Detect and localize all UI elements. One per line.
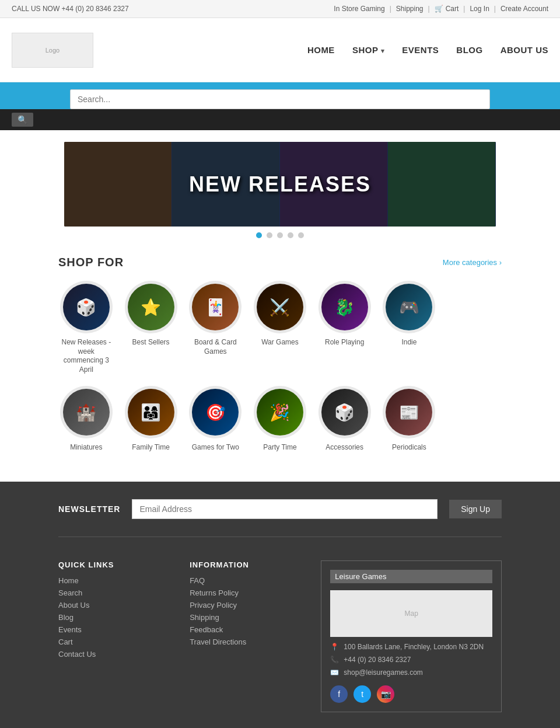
shop-for-section: SHOP FOR More categories › 🎲 New Release…: [0, 244, 560, 482]
location-icon: 📍: [330, 643, 339, 651]
category-label-role-playing: Role Playing: [325, 338, 364, 347]
footer-link-cart[interactable]: Cart: [58, 638, 166, 646]
category-img-family-time: 👨‍👩‍👧: [128, 389, 174, 436]
slider-dot-1[interactable]: [256, 232, 262, 238]
category-miniatures[interactable]: 🏰 Miniatures: [58, 386, 114, 452]
contact-box-title: Leisure Games: [330, 570, 492, 583]
logo-area: Logo: [12, 33, 117, 68]
separator-2: |: [428, 5, 430, 13]
contact-address: 📍 100 Ballards Lane, Finchley, London N3…: [330, 643, 492, 651]
category-img-war-games: ⚔️: [257, 284, 303, 330]
category-img-new-releases: 🎲: [63, 284, 110, 330]
category-img-periodicals: 📰: [386, 389, 432, 436]
main-nav: HOME SHOP ▾ EVENTS BLOG ABOUT US: [307, 45, 548, 55]
category-label-best-sellers: Best Sellers: [132, 338, 170, 347]
category-role-playing[interactable]: 🐉 Role Playing: [317, 281, 373, 374]
category-label-war-games: War Games: [261, 338, 299, 347]
category-family-time[interactable]: 👨‍👩‍👧 Family Time: [123, 386, 179, 452]
in-store-gaming-link[interactable]: In Store Gaming: [334, 5, 384, 13]
footer-link-home[interactable]: Home: [58, 576, 166, 585]
category-img-best-sellers: ⭐: [128, 284, 174, 330]
category-label-indie: Indie: [401, 338, 416, 347]
footer-link-privacy[interactable]: Privacy Policy: [190, 601, 298, 609]
slider-dot-2[interactable]: [267, 232, 272, 238]
category-img-accessories: 🎲: [321, 389, 368, 436]
footer-contact-box: Leisure Games Map 📍 100 Ballards Lane, F…: [321, 560, 502, 712]
slider-dot-4[interactable]: [288, 232, 293, 238]
category-img-games-for-two: 🎯: [192, 389, 239, 436]
nav-shop-label: SHOP: [352, 45, 378, 55]
footer-link-shipping[interactable]: Shipping: [190, 613, 298, 622]
footer-link-events[interactable]: Events: [58, 625, 166, 634]
header: Logo HOME SHOP ▾ EVENTS BLOG ABOUT US: [0, 18, 560, 82]
banner-bg-col-4: [388, 142, 496, 227]
slider-dot-5[interactable]: [298, 232, 304, 238]
category-war-games[interactable]: ⚔️ War Games: [252, 281, 308, 374]
twitter-icon[interactable]: t: [354, 685, 371, 703]
more-categories-link[interactable]: More categories ›: [443, 258, 502, 267]
cart-icon: 🛒: [435, 5, 443, 13]
newsletter-email-input[interactable]: [132, 499, 438, 519]
top-bar-links: In Store Gaming | Shipping | 🛒 Cart | Lo…: [334, 5, 548, 13]
separator-1: |: [390, 5, 391, 13]
category-label-new-releases: New Releases - week commencing 3 April: [58, 338, 114, 374]
nav-events[interactable]: EVENTS: [402, 45, 439, 55]
category-label-games-for-two: Games for Two: [192, 443, 239, 452]
category-grid-row2: 🏰 Miniatures 👨‍👩‍👧 Family Time 🎯 Games f…: [58, 386, 502, 452]
instagram-icon[interactable]: 📷: [377, 685, 394, 703]
cart-link[interactable]: Cart: [446, 5, 459, 13]
map-placeholder: Map: [330, 590, 492, 637]
category-board-card[interactable]: 🃏 Board & Card Games: [187, 281, 243, 374]
contact-email-text: shop@leisuregames.com: [344, 668, 423, 677]
footer-quick-links: QUICK LINKS Home Search About Us Blog Ev…: [58, 560, 166, 712]
footer-link-about-us[interactable]: About Us: [58, 601, 166, 609]
search-input[interactable]: [71, 90, 489, 109]
footer-link-search[interactable]: Search: [58, 588, 166, 597]
category-img-party-time: 🎉: [257, 389, 303, 436]
nav-about-us[interactable]: ABOUT US: [501, 45, 548, 55]
create-account-link[interactable]: Create Account: [501, 5, 548, 13]
search-inner: [58, 89, 502, 109]
social-icons: f t 📷: [330, 685, 492, 703]
login-link[interactable]: Log In: [470, 5, 489, 13]
search-area: 🔍: [0, 82, 560, 130]
category-label-miniatures: Miniatures: [70, 443, 102, 452]
footer-link-returns[interactable]: Returns Policy: [190, 588, 298, 597]
footer-link-contact-us[interactable]: Contact Us: [58, 650, 166, 659]
contact-email: ✉️ shop@leisuregames.com: [330, 668, 492, 677]
category-best-sellers[interactable]: ⭐ Best Sellers: [123, 281, 179, 374]
category-indie[interactable]: 🎮 Indie: [382, 281, 438, 374]
category-label-family-time: Family Time: [132, 443, 170, 452]
footer-link-faq[interactable]: FAQ: [190, 576, 298, 585]
nav-home[interactable]: HOME: [307, 45, 335, 55]
category-accessories[interactable]: 🎲 Accessories: [317, 386, 373, 452]
newsletter-section: NEWSLETTER Sign Up: [58, 499, 502, 537]
shop-for-title: SHOP FOR: [58, 256, 124, 269]
information-title: INFORMATION: [190, 560, 298, 569]
contact-phone-text: +44 (0) 20 8346 2327: [344, 656, 411, 664]
email-icon: ✉️: [330, 668, 339, 677]
phone-number: CALL US NOW +44 (0) 20 8346 2327: [12, 5, 129, 13]
category-new-releases[interactable]: 🎲 New Releases - week commencing 3 April: [58, 281, 114, 374]
search-button[interactable]: 🔍: [12, 113, 33, 127]
signup-button[interactable]: Sign Up: [449, 500, 502, 518]
newsletter-label: NEWSLETTER: [58, 504, 120, 514]
nav-blog[interactable]: BLOG: [456, 45, 482, 55]
cart-wrap[interactable]: 🛒 Cart: [435, 5, 459, 13]
nav-shop[interactable]: SHOP ▾: [352, 45, 384, 55]
category-party-time[interactable]: 🎉 Party Time: [252, 386, 308, 452]
shipping-link[interactable]: Shipping: [396, 5, 424, 13]
footer-link-travel[interactable]: Travel Directions: [190, 638, 298, 646]
footer-link-feedback[interactable]: Feedback: [190, 625, 298, 634]
footer-link-blog[interactable]: Blog: [58, 613, 166, 622]
category-label-periodicals: Periodicals: [392, 443, 426, 452]
banner-text: NEW RELEASES: [189, 172, 371, 197]
slider-dot-3[interactable]: [277, 232, 283, 238]
category-img-board-card: 🃏: [192, 284, 239, 330]
facebook-icon[interactable]: f: [330, 685, 348, 703]
banner-image: NEW RELEASES: [64, 142, 496, 227]
category-games-for-two[interactable]: 🎯 Games for Two: [187, 386, 243, 452]
category-periodicals[interactable]: 📰 Periodicals: [382, 386, 438, 452]
search-input-wrap: [70, 89, 490, 109]
top-bar: CALL US NOW +44 (0) 20 8346 2327 In Stor…: [0, 0, 560, 18]
